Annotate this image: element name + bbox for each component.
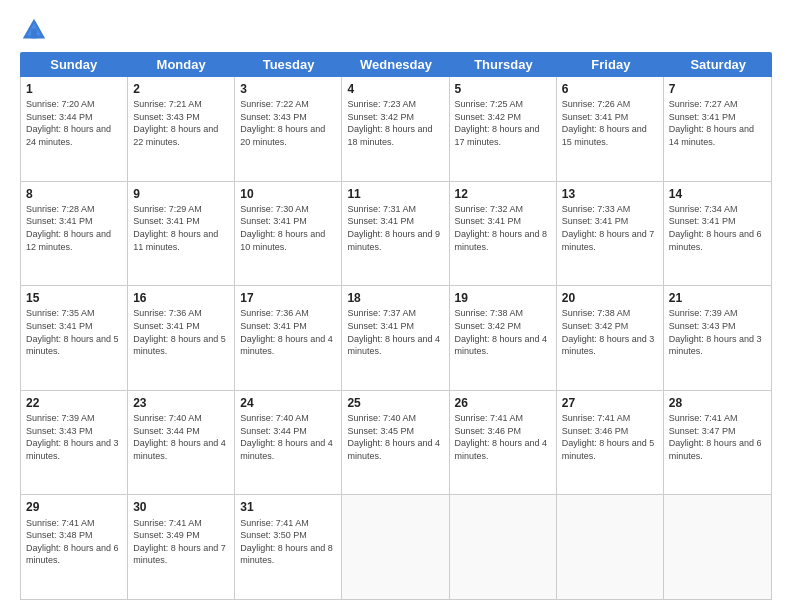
day-info: Sunrise: 7:41 AM Sunset: 3:47 PM Dayligh…: [669, 412, 766, 462]
day-number: 13: [562, 186, 658, 202]
day-cell-18: 18Sunrise: 7:37 AM Sunset: 3:41 PM Dayli…: [342, 286, 449, 390]
day-number: 21: [669, 290, 766, 306]
day-info: Sunrise: 7:38 AM Sunset: 3:42 PM Dayligh…: [562, 307, 658, 357]
day-info: Sunrise: 7:20 AM Sunset: 3:44 PM Dayligh…: [26, 98, 122, 148]
day-cell-2: 2Sunrise: 7:21 AM Sunset: 3:43 PM Daylig…: [128, 77, 235, 181]
day-cell-17: 17Sunrise: 7:36 AM Sunset: 3:41 PM Dayli…: [235, 286, 342, 390]
day-number: 14: [669, 186, 766, 202]
day-number: 23: [133, 395, 229, 411]
day-cell-16: 16Sunrise: 7:36 AM Sunset: 3:41 PM Dayli…: [128, 286, 235, 390]
day-cell-24: 24Sunrise: 7:40 AM Sunset: 3:44 PM Dayli…: [235, 391, 342, 495]
day-info: Sunrise: 7:25 AM Sunset: 3:42 PM Dayligh…: [455, 98, 551, 148]
day-info: Sunrise: 7:21 AM Sunset: 3:43 PM Dayligh…: [133, 98, 229, 148]
day-cell-31: 31Sunrise: 7:41 AM Sunset: 3:50 PM Dayli…: [235, 495, 342, 599]
day-info: Sunrise: 7:32 AM Sunset: 3:41 PM Dayligh…: [455, 203, 551, 253]
day-cell-15: 15Sunrise: 7:35 AM Sunset: 3:41 PM Dayli…: [21, 286, 128, 390]
calendar-row-3: 15Sunrise: 7:35 AM Sunset: 3:41 PM Dayli…: [21, 286, 771, 391]
day-info: Sunrise: 7:40 AM Sunset: 3:44 PM Dayligh…: [240, 412, 336, 462]
calendar: SundayMondayTuesdayWednesdayThursdayFrid…: [20, 52, 772, 600]
calendar-body: 1Sunrise: 7:20 AM Sunset: 3:44 PM Daylig…: [20, 77, 772, 600]
day-info: Sunrise: 7:22 AM Sunset: 3:43 PM Dayligh…: [240, 98, 336, 148]
svg-rect-2: [31, 29, 37, 39]
page: SundayMondayTuesdayWednesdayThursdayFrid…: [0, 0, 792, 612]
logo-icon: [20, 16, 48, 44]
day-number: 11: [347, 186, 443, 202]
day-number: 26: [455, 395, 551, 411]
logo: [20, 16, 52, 44]
day-number: 1: [26, 81, 122, 97]
day-info: Sunrise: 7:39 AM Sunset: 3:43 PM Dayligh…: [26, 412, 122, 462]
day-info: Sunrise: 7:36 AM Sunset: 3:41 PM Dayligh…: [240, 307, 336, 357]
day-info: Sunrise: 7:31 AM Sunset: 3:41 PM Dayligh…: [347, 203, 443, 253]
calendar-header: SundayMondayTuesdayWednesdayThursdayFrid…: [20, 52, 772, 77]
day-info: Sunrise: 7:41 AM Sunset: 3:49 PM Dayligh…: [133, 517, 229, 567]
day-number: 17: [240, 290, 336, 306]
day-number: 15: [26, 290, 122, 306]
day-info: Sunrise: 7:41 AM Sunset: 3:46 PM Dayligh…: [562, 412, 658, 462]
header-day-friday: Friday: [557, 52, 664, 77]
header-day-wednesday: Wednesday: [342, 52, 449, 77]
day-info: Sunrise: 7:26 AM Sunset: 3:41 PM Dayligh…: [562, 98, 658, 148]
empty-cell: [664, 495, 771, 599]
day-cell-14: 14Sunrise: 7:34 AM Sunset: 3:41 PM Dayli…: [664, 182, 771, 286]
day-info: Sunrise: 7:33 AM Sunset: 3:41 PM Dayligh…: [562, 203, 658, 253]
day-number: 16: [133, 290, 229, 306]
day-cell-26: 26Sunrise: 7:41 AM Sunset: 3:46 PM Dayli…: [450, 391, 557, 495]
day-cell-19: 19Sunrise: 7:38 AM Sunset: 3:42 PM Dayli…: [450, 286, 557, 390]
day-cell-25: 25Sunrise: 7:40 AM Sunset: 3:45 PM Dayli…: [342, 391, 449, 495]
day-cell-6: 6Sunrise: 7:26 AM Sunset: 3:41 PM Daylig…: [557, 77, 664, 181]
day-number: 20: [562, 290, 658, 306]
header-day-sunday: Sunday: [20, 52, 127, 77]
day-cell-27: 27Sunrise: 7:41 AM Sunset: 3:46 PM Dayli…: [557, 391, 664, 495]
day-info: Sunrise: 7:39 AM Sunset: 3:43 PM Dayligh…: [669, 307, 766, 357]
day-number: 19: [455, 290, 551, 306]
day-info: Sunrise: 7:41 AM Sunset: 3:48 PM Dayligh…: [26, 517, 122, 567]
day-number: 29: [26, 499, 122, 515]
day-cell-1: 1Sunrise: 7:20 AM Sunset: 3:44 PM Daylig…: [21, 77, 128, 181]
day-number: 24: [240, 395, 336, 411]
day-info: Sunrise: 7:40 AM Sunset: 3:44 PM Dayligh…: [133, 412, 229, 462]
day-info: Sunrise: 7:23 AM Sunset: 3:42 PM Dayligh…: [347, 98, 443, 148]
day-number: 31: [240, 499, 336, 515]
day-cell-22: 22Sunrise: 7:39 AM Sunset: 3:43 PM Dayli…: [21, 391, 128, 495]
day-number: 25: [347, 395, 443, 411]
header: [20, 16, 772, 44]
empty-cell: [450, 495, 557, 599]
day-number: 4: [347, 81, 443, 97]
day-info: Sunrise: 7:40 AM Sunset: 3:45 PM Dayligh…: [347, 412, 443, 462]
day-cell-5: 5Sunrise: 7:25 AM Sunset: 3:42 PM Daylig…: [450, 77, 557, 181]
day-cell-4: 4Sunrise: 7:23 AM Sunset: 3:42 PM Daylig…: [342, 77, 449, 181]
day-number: 6: [562, 81, 658, 97]
empty-cell: [557, 495, 664, 599]
calendar-row-1: 1Sunrise: 7:20 AM Sunset: 3:44 PM Daylig…: [21, 77, 771, 182]
day-info: Sunrise: 7:41 AM Sunset: 3:50 PM Dayligh…: [240, 517, 336, 567]
day-info: Sunrise: 7:35 AM Sunset: 3:41 PM Dayligh…: [26, 307, 122, 357]
day-number: 3: [240, 81, 336, 97]
day-cell-28: 28Sunrise: 7:41 AM Sunset: 3:47 PM Dayli…: [664, 391, 771, 495]
header-day-tuesday: Tuesday: [235, 52, 342, 77]
day-number: 2: [133, 81, 229, 97]
day-info: Sunrise: 7:27 AM Sunset: 3:41 PM Dayligh…: [669, 98, 766, 148]
day-number: 5: [455, 81, 551, 97]
day-cell-3: 3Sunrise: 7:22 AM Sunset: 3:43 PM Daylig…: [235, 77, 342, 181]
day-info: Sunrise: 7:29 AM Sunset: 3:41 PM Dayligh…: [133, 203, 229, 253]
calendar-row-2: 8Sunrise: 7:28 AM Sunset: 3:41 PM Daylig…: [21, 182, 771, 287]
day-number: 30: [133, 499, 229, 515]
header-day-saturday: Saturday: [665, 52, 772, 77]
day-number: 7: [669, 81, 766, 97]
header-day-thursday: Thursday: [450, 52, 557, 77]
day-cell-7: 7Sunrise: 7:27 AM Sunset: 3:41 PM Daylig…: [664, 77, 771, 181]
day-cell-13: 13Sunrise: 7:33 AM Sunset: 3:41 PM Dayli…: [557, 182, 664, 286]
day-number: 18: [347, 290, 443, 306]
day-cell-9: 9Sunrise: 7:29 AM Sunset: 3:41 PM Daylig…: [128, 182, 235, 286]
day-number: 12: [455, 186, 551, 202]
day-number: 9: [133, 186, 229, 202]
day-info: Sunrise: 7:38 AM Sunset: 3:42 PM Dayligh…: [455, 307, 551, 357]
day-cell-11: 11Sunrise: 7:31 AM Sunset: 3:41 PM Dayli…: [342, 182, 449, 286]
header-day-monday: Monday: [127, 52, 234, 77]
day-cell-8: 8Sunrise: 7:28 AM Sunset: 3:41 PM Daylig…: [21, 182, 128, 286]
day-number: 22: [26, 395, 122, 411]
day-cell-30: 30Sunrise: 7:41 AM Sunset: 3:49 PM Dayli…: [128, 495, 235, 599]
day-number: 8: [26, 186, 122, 202]
day-cell-29: 29Sunrise: 7:41 AM Sunset: 3:48 PM Dayli…: [21, 495, 128, 599]
